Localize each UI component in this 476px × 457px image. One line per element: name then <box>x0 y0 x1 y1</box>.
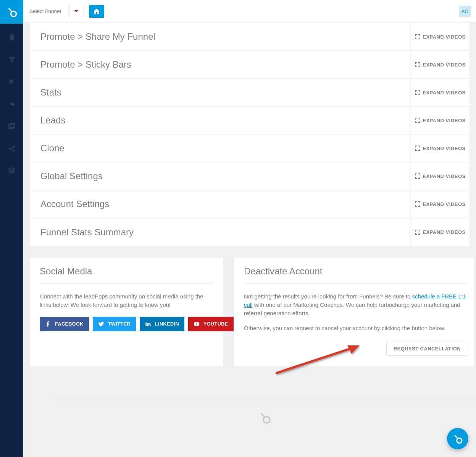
expand-icon <box>415 146 420 151</box>
accordion-title[interactable]: Leads <box>30 115 411 126</box>
share-icon[interactable] <box>7 144 16 153</box>
expand-videos-button[interactable]: EXPAND VIDEOS <box>411 135 470 162</box>
bottom-cards: Social Media Connect with the leadPops c… <box>29 257 476 367</box>
windows-icon[interactable] <box>7 122 16 131</box>
expand-label: EXPAND VIDEOS <box>423 62 465 68</box>
accordion-row: Leads EXPAND VIDEOS <box>30 107 470 135</box>
expand-icon <box>415 201 420 207</box>
expand-label: EXPAND VIDEOS <box>423 118 465 123</box>
expand-icon <box>415 90 420 95</box>
card-heading: Social Media <box>40 266 213 284</box>
text-lead: Not getting the results you're looking f… <box>244 293 412 300</box>
social-media-card: Social Media Connect with the leadPops c… <box>29 257 224 367</box>
twitter-button[interactable]: TWITTER <box>93 317 136 331</box>
main-content: Promote > Share My Funnel EXPAND VIDEOS … <box>23 23 476 457</box>
request-cancellation-button[interactable]: REQUEST CANCELLATION <box>386 342 468 356</box>
accordion-title[interactable]: Global Settings <box>30 171 411 182</box>
rocket-icon[interactable] <box>7 33 16 42</box>
deactivate-account-card: Deactivate Account Not getting the resul… <box>234 257 474 367</box>
brand-logo[interactable] <box>0 0 23 24</box>
divider <box>83 5 84 18</box>
chevron-down-icon <box>74 9 79 14</box>
facebook-icon <box>45 321 51 327</box>
accordion-row: Promote > Share My Funnel EXPAND VIDEOS <box>30 23 470 51</box>
expand-icon <box>415 118 420 123</box>
sidebar-nav: $ <box>7 33 16 175</box>
expand-videos-button[interactable]: EXPAND VIDEOS <box>411 51 470 78</box>
select-funnel-label[interactable]: Select Funnel <box>29 0 69 23</box>
accordion-row: Clone EXPAND VIDEOS <box>30 135 470 162</box>
accordion-row: Promote > Sticky Bars EXPAND VIDEOS <box>30 51 470 79</box>
svg-rect-3 <box>8 125 13 129</box>
expand-label: EXPAND VIDEOS <box>423 34 465 40</box>
expand-label: EXPAND VIDEOS <box>423 201 465 207</box>
help-chat-fab[interactable] <box>447 428 468 449</box>
expand-label: EXPAND VIDEOS <box>423 173 465 179</box>
accordion-row: Stats EXPAND VIDEOS <box>30 79 470 107</box>
facebook-button[interactable]: FACEBOOK <box>40 317 89 331</box>
accordion-title[interactable]: Promote > Sticky Bars <box>30 59 411 70</box>
help-icon <box>452 433 463 444</box>
left-sidebar: $ <box>0 0 23 457</box>
card-paragraph-2: Otherwise, you can request to cancel you… <box>244 324 468 332</box>
accordion-title[interactable]: Account Settings <box>30 199 411 209</box>
expand-videos-button[interactable]: EXPAND VIDEOS <box>411 218 470 246</box>
user-avatar[interactable]: AC <box>459 6 471 17</box>
text-tail: with one of our Marketing Coaches. We ca… <box>244 301 460 316</box>
funnel-icon[interactable]: $ <box>7 55 16 65</box>
expand-videos-button[interactable]: EXPAND VIDEOS <box>411 23 470 50</box>
top-bar: Select Funnel AC <box>23 0 476 23</box>
home-icon <box>93 8 100 15</box>
youtube-icon <box>194 321 200 327</box>
expand-icon <box>415 34 420 39</box>
expand-videos-button[interactable]: EXPAND VIDEOS <box>411 79 470 106</box>
accordion-title[interactable]: Promote > Share My Funnel <box>30 31 411 42</box>
puzzle-icon[interactable] <box>7 78 16 87</box>
expand-videos-button[interactable]: EXPAND VIDEOS <box>411 190 470 218</box>
expand-label: EXPAND VIDEOS <box>423 90 465 96</box>
page-footer <box>53 399 476 437</box>
layers-icon[interactable] <box>7 166 16 175</box>
social-buttons: FACEBOOK TWITTER LINKEDIN YOUTUBE <box>40 317 213 331</box>
accordion-title[interactable]: Clone <box>30 143 411 154</box>
footer-logo <box>257 410 272 426</box>
svg-text:$: $ <box>11 57 12 60</box>
button-label: TWITTER <box>108 321 131 327</box>
svg-rect-4 <box>10 123 15 128</box>
accordion-title[interactable]: Stats <box>30 87 411 98</box>
home-button[interactable] <box>89 5 104 18</box>
expand-videos-button[interactable]: EXPAND VIDEOS <box>411 107 470 134</box>
accordion-row: Global Settings EXPAND VIDEOS <box>30 162 470 190</box>
flame-icon[interactable] <box>7 100 16 109</box>
linkedin-button[interactable]: LINKEDIN <box>140 317 184 331</box>
accordion-row: Account Settings EXPAND VIDEOS <box>30 190 470 218</box>
video-accordion: Promote > Share My Funnel EXPAND VIDEOS … <box>29 23 470 246</box>
button-label: LINKEDIN <box>155 321 179 327</box>
select-funnel-dropdown[interactable] <box>70 0 83 23</box>
expand-icon <box>415 62 420 67</box>
card-body: Connect with the leadPops community on s… <box>40 292 213 309</box>
twitter-icon <box>98 321 104 327</box>
expand-icon <box>415 230 420 235</box>
accordion-title[interactable]: Funnel Stats Summary <box>30 227 411 238</box>
button-label: FACEBOOK <box>55 321 84 327</box>
accordion-row: Funnel Stats Summary EXPAND VIDEOS <box>30 218 470 246</box>
expand-icon <box>415 173 420 179</box>
expand-videos-button[interactable]: EXPAND VIDEOS <box>411 162 470 190</box>
card-heading: Deactivate Account <box>244 266 468 284</box>
expand-label: EXPAND VIDEOS <box>423 146 465 151</box>
youtube-button[interactable]: YOUTUBE <box>188 317 234 331</box>
card-paragraph-1: Not getting the results you're looking f… <box>244 292 468 317</box>
linkedin-icon <box>145 321 151 327</box>
button-label: YOUTUBE <box>203 321 228 327</box>
expand-label: EXPAND VIDEOS <box>423 229 465 235</box>
